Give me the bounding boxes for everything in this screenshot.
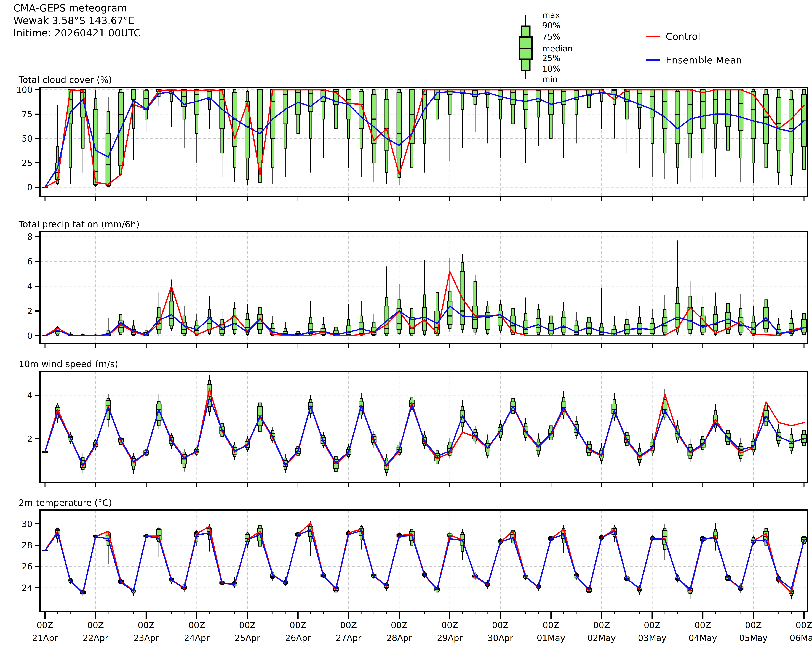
control-label: Control — [666, 31, 701, 42]
panel-temp-title: 2m temperature (°C) — [19, 498, 112, 508]
svg-text:00Z: 00Z — [340, 620, 357, 630]
panel-wind-y-axis: 24 — [27, 390, 40, 444]
legend: max 90% 75% median 25% 10% min Control E… — [516, 11, 793, 86]
svg-text:4: 4 — [27, 390, 32, 400]
figure-title: CMA-GEPS meteogram — [13, 2, 140, 14]
svg-text:28Apr: 28Apr — [386, 633, 412, 643]
svg-text:100: 100 — [16, 85, 32, 95]
svg-text:26Apr: 26Apr — [285, 633, 311, 643]
svg-text:24: 24 — [22, 583, 32, 593]
svg-text:03May: 03May — [638, 633, 666, 643]
svg-text:0: 0 — [27, 182, 32, 192]
panel-wind: 2410m wind speed (m/s) — [19, 359, 808, 487]
svg-text:26: 26 — [22, 561, 32, 571]
svg-text:00Z: 00Z — [138, 620, 154, 630]
svg-text:02May: 02May — [587, 633, 616, 643]
legend-10-label: 10% — [542, 64, 560, 73]
svg-text:00Z: 00Z — [87, 620, 104, 630]
box-legend-labels: max 90% 75% median 25% 10% min — [542, 11, 573, 84]
panel-wind-grid — [40, 371, 808, 482]
figure-inittime: Initime: 20260421 00UTC — [13, 27, 140, 39]
svg-text:00Z: 00Z — [644, 620, 661, 630]
svg-text:30Apr: 30Apr — [488, 633, 513, 643]
svg-text:50: 50 — [22, 133, 32, 144]
legend-90-label: 90% — [542, 21, 560, 30]
svg-text:00Z: 00Z — [391, 620, 408, 630]
legend-25-label: 25% — [542, 54, 560, 63]
panel-temp: 242628302m temperature (°C) — [19, 498, 808, 619]
svg-text:00Z: 00Z — [492, 620, 509, 630]
panel-temp-ensemble-mean-line — [45, 530, 804, 593]
svg-text:00Z: 00Z — [745, 620, 762, 630]
svg-text:27Apr: 27Apr — [336, 633, 362, 643]
svg-text:00Z: 00Z — [37, 620, 53, 630]
svg-text:6: 6 — [27, 257, 32, 266]
panel-cloud: 0255075100Total cloud cover (%) — [16, 75, 808, 201]
svg-text:75: 75 — [22, 109, 32, 119]
svg-text:4: 4 — [27, 281, 32, 291]
figure-location: Wewak 3.58°S 143.67°E — [13, 14, 140, 27]
svg-text:00Z: 00Z — [290, 620, 306, 630]
svg-text:00Z: 00Z — [188, 620, 205, 630]
svg-text:05May: 05May — [739, 633, 768, 643]
svg-text:25: 25 — [22, 158, 32, 168]
panel-temp-grid — [40, 510, 808, 612]
meteogram-page: { "header": { "line1": "CMA-GEPS meteogr… — [0, 0, 812, 653]
panel-cloud-y-axis: 0255075100 — [16, 85, 40, 192]
svg-text:06May: 06May — [790, 633, 812, 643]
svg-text:21Apr: 21Apr — [32, 633, 58, 643]
svg-text:00Z: 00Z — [694, 620, 711, 630]
panel-wind-border — [40, 371, 808, 482]
series-legend: Control Ensemble Mean — [646, 31, 742, 66]
svg-text:00Z: 00Z — [441, 620, 458, 630]
svg-text:30: 30 — [22, 519, 32, 529]
legend-min-label: min — [542, 74, 558, 84]
svg-text:28: 28 — [22, 540, 32, 550]
svg-text:04May: 04May — [688, 633, 717, 643]
ensemble-mean-label: Ensemble Mean — [666, 55, 742, 66]
svg-text:00Z: 00Z — [593, 620, 610, 630]
svg-text:00Z: 00Z — [543, 620, 559, 630]
box-whisker-legend-glyph — [520, 15, 532, 80]
panel-wind-boxes — [43, 375, 806, 476]
figure-header: CMA-GEPS meteogram Wewak 3.58°S 143.67°E… — [13, 2, 140, 39]
svg-text:2: 2 — [27, 434, 32, 444]
panel-precip-title: Total precipitation (mm/6h) — [18, 219, 140, 229]
panel-precip-y-axis: 02468 — [27, 232, 40, 341]
svg-text:23Apr: 23Apr — [133, 633, 159, 643]
svg-text:0: 0 — [27, 331, 32, 341]
panel-precip: 02468Total precipitation (mm/6h) — [18, 219, 808, 348]
legend-max-label: max — [542, 11, 560, 20]
svg-text:22Apr: 22Apr — [83, 633, 108, 643]
legend-75-label: 75% — [542, 32, 560, 41]
svg-text:8: 8 — [27, 232, 32, 242]
svg-text:2: 2 — [27, 306, 32, 316]
legend-svg: max 90% 75% median 25% 10% min Control E… — [516, 11, 793, 86]
panel-temp-y-axis: 24262830 — [22, 519, 40, 593]
meteogram-figure: 0255075100Total cloud cover (%)02468Tota… — [0, 0, 812, 653]
meteogram-panels: 0255075100Total cloud cover (%)02468Tota… — [0, 0, 812, 653]
svg-text:00Z: 00Z — [239, 620, 256, 630]
svg-text:00Z: 00Z — [796, 620, 812, 630]
legend-median-label: median — [542, 44, 573, 54]
svg-text:29Apr: 29Apr — [437, 633, 462, 643]
panel-wind-title: 10m wind speed (m/s) — [19, 359, 118, 369]
x-axis-labels: 00Z21Apr00Z22Apr00Z23Apr00Z24Apr00Z25Apr… — [32, 620, 812, 643]
svg-text:01May: 01May — [537, 633, 565, 643]
svg-text:25Apr: 25Apr — [235, 633, 260, 643]
panel-temp-border — [40, 510, 808, 612]
panel-cloud-title: Total cloud cover (%) — [18, 75, 112, 85]
svg-text:24Apr: 24Apr — [184, 633, 209, 643]
